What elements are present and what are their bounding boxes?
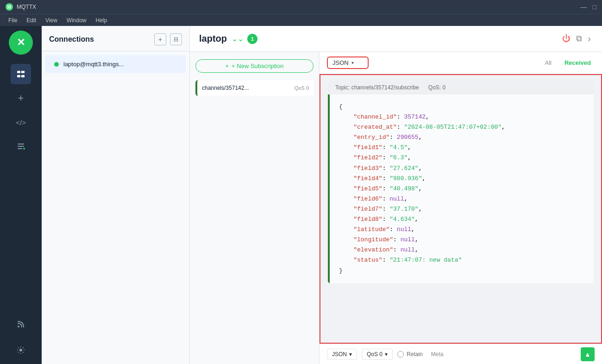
sidebar-item-add[interactable]: +: [11, 88, 31, 108]
menu-view[interactable]: View: [41, 16, 62, 25]
sidebar-item-connections[interactable]: [11, 64, 31, 84]
main-layout: ✕ + </>: [0, 26, 602, 364]
bottom-format-chevron: ▾: [349, 351, 352, 358]
connection-status-dot: [54, 62, 59, 67]
subscription-qos: QoS 0: [295, 85, 309, 91]
logs-icon: [16, 142, 25, 151]
format-chevron-icon: ▾: [351, 60, 354, 65]
sidebar-item-feed[interactable]: [11, 314, 31, 334]
bottom-format-label: JSON: [332, 351, 347, 358]
message-body: { "channel_id": 357142, "created_at": "2…: [328, 94, 594, 283]
svg-point-7: [23, 148, 25, 150]
maximize-button[interactable]: □: [593, 3, 596, 11]
retain-circle-icon: [397, 351, 404, 358]
connection-item[interactable]: laptop@mqtt3.things...: [45, 55, 186, 73]
connections-panel: Connections + ⊟ laptop@mqtt3.things...: [42, 26, 190, 364]
top-bar-actions: ⏻ ⧉ ›: [562, 33, 593, 44]
format-dropdown[interactable]: JSON ▾: [327, 56, 369, 69]
app-logo[interactable]: ✕: [9, 31, 33, 55]
new-sub-label: + New Subscription: [232, 63, 283, 69]
message-qos: QoS: 0: [428, 84, 445, 91]
tab-all[interactable]: All: [541, 57, 555, 68]
menu-file[interactable]: File: [4, 16, 22, 25]
subscriptions-panel: + + New Subscription channels/357142... …: [190, 52, 320, 364]
main-content: laptop ⌄⌄ 1 ⏻ ⧉ › + + New Subscription c…: [190, 26, 602, 364]
svg-rect-5: [18, 146, 24, 147]
qos-dropdown[interactable]: QoS 0 ▾: [362, 349, 393, 360]
add-connection-button[interactable]: +: [154, 33, 166, 45]
top-bar: laptop ⌄⌄ 1 ⏻ ⧉ ›: [190, 26, 602, 52]
title-bar: M MQTTX — □: [0, 0, 602, 14]
new-window-icon[interactable]: ⧉: [576, 34, 582, 44]
bottom-bar: JSON ▾ QoS 0 ▾ Retain Meta ▲: [320, 344, 602, 364]
svg-rect-1: [21, 71, 25, 73]
filter-bar: JSON ▾ All Received: [320, 52, 602, 74]
more-options-icon[interactable]: ›: [588, 33, 591, 44]
message-area: JSON ▾ All Received Topic: channels/3571…: [320, 52, 602, 364]
message-count-badge: 1: [247, 34, 257, 44]
connection-chevron-icon: ⌄⌄: [232, 34, 244, 43]
sidebar-item-settings[interactable]: [11, 340, 31, 360]
code-icon: </>: [16, 119, 26, 126]
svg-rect-2: [17, 75, 20, 77]
svg-rect-6: [18, 148, 22, 149]
message-display: Topic: channels/357142/subscribe QoS: 0 …: [320, 74, 602, 344]
app-icon: M: [6, 3, 13, 11]
gear-icon: [16, 345, 25, 355]
plus-icon: +: [158, 36, 162, 43]
send-button[interactable]: ▲: [581, 347, 595, 361]
svg-rect-0: [17, 71, 20, 73]
svg-point-8: [18, 326, 19, 327]
layout-button[interactable]: ⊟: [170, 33, 182, 45]
svg-rect-3: [21, 75, 25, 77]
new-subscription-button[interactable]: + + New Subscription: [195, 59, 314, 73]
logo-icon: ✕: [17, 37, 25, 49]
feed-icon: [16, 320, 25, 329]
disconnect-button[interactable]: ⏻: [562, 34, 571, 44]
new-sub-plus-icon: +: [226, 63, 229, 69]
connection-name: laptop@mqtt3.things...: [63, 61, 124, 68]
connections-header: Connections + ⊟: [42, 26, 189, 51]
sidebar-item-code[interactable]: </>: [11, 112, 31, 132]
message-format-dropdown[interactable]: JSON ▾: [327, 349, 357, 360]
menu-bar: File Edit View Window Help: [0, 14, 602, 26]
icon-sidebar: ✕ + </>: [0, 26, 42, 364]
connections-header-icons: + ⊟: [154, 33, 182, 45]
format-label: JSON: [332, 59, 349, 66]
connection-title: laptop: [199, 33, 227, 44]
message-header: Topic: channels/357142/subscribe QoS: 0: [328, 81, 594, 94]
connections-icon: [16, 69, 25, 79]
meta-button[interactable]: Meta: [427, 349, 447, 359]
content-body: + + New Subscription channels/357142... …: [190, 52, 602, 364]
message-topic: Topic: channels/357142/subscribe: [335, 84, 419, 91]
send-icon: ▲: [584, 351, 591, 358]
connections-title: Connections: [49, 35, 94, 44]
menu-window[interactable]: Window: [62, 16, 91, 25]
window-controls: — □: [581, 3, 596, 11]
svg-rect-4: [18, 144, 24, 144]
message-card: Topic: channels/357142/subscribe QoS: 0 …: [328, 81, 594, 283]
qos-chevron: ▾: [385, 351, 388, 358]
menu-edit[interactable]: Edit: [22, 16, 41, 25]
layout-icon: ⊟: [174, 36, 178, 43]
minimize-button[interactable]: —: [581, 3, 587, 11]
subscription-topic: channels/357142...: [202, 85, 295, 91]
tab-received[interactable]: Received: [561, 57, 595, 68]
menu-help[interactable]: Help: [91, 16, 112, 25]
retain-label: Retain: [407, 351, 423, 358]
sidebar-item-logs[interactable]: [11, 136, 31, 157]
qos-label: QoS 0: [367, 351, 383, 358]
svg-point-9: [19, 349, 22, 351]
add-icon: +: [18, 92, 24, 104]
retain-checkbox[interactable]: Retain: [397, 351, 423, 358]
app-title: MQTTX: [17, 4, 36, 10]
subscription-item[interactable]: channels/357142... QoS 0: [195, 80, 314, 96]
